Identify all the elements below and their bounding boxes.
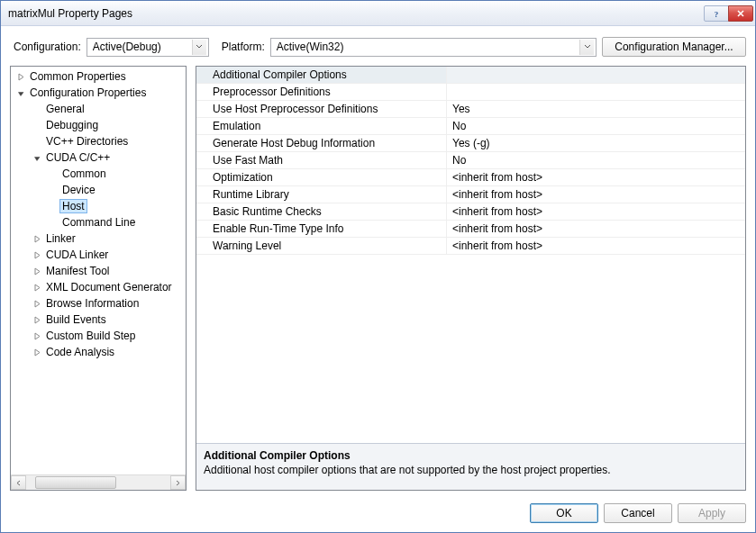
expander-collapsed-icon[interactable] — [31, 313, 43, 326]
scroll-left-icon[interactable] — [11, 475, 26, 490]
grid-cell-value[interactable]: <inherit from host> — [447, 186, 745, 203]
tree-label: Code Analysis — [43, 346, 117, 358]
configuration-value: Active(Debug) — [93, 41, 192, 53]
expander-expanded-icon[interactable] — [14, 86, 27, 99]
grid-cell-name: Runtime Library — [196, 186, 447, 203]
ok-label: OK — [556, 507, 571, 519]
configuration-combo[interactable]: Active(Debug) — [87, 38, 209, 57]
grid-cell-name: Emulation — [196, 118, 447, 134]
grid-row[interactable]: Warning Level <inherit from host> — [196, 238, 745, 255]
grid-row[interactable]: Basic Runtime Checks <inherit from host> — [196, 203, 745, 221]
grid-row[interactable]: Use Host Preprocessor Definitions Yes — [196, 101, 745, 118]
tree-item-host[interactable]: Host — [11, 198, 186, 214]
expander-collapsed-icon[interactable] — [31, 330, 43, 342]
scroll-right-icon[interactable] — [170, 475, 186, 490]
grid-row[interactable]: Preprocessor Definitions — [196, 84, 745, 101]
tree-label: Configuration Properties — [27, 86, 149, 99]
expander-collapsed-icon[interactable] — [14, 70, 27, 83]
tree-label: Browse Information — [43, 297, 141, 310]
grid-cell-name: Warning Level — [196, 238, 447, 254]
grid-cell-name: Use Fast Math — [196, 152, 447, 168]
grid-cell-value[interactable] — [447, 84, 745, 100]
grid-cell-name: Optimization — [196, 169, 447, 185]
configuration-manager-button[interactable]: Configuration Manager... — [602, 37, 746, 57]
tree-item-vc-directories[interactable]: VC++ Directories — [11, 133, 186, 149]
tree-item-browse-info[interactable]: Browse Information — [11, 295, 186, 312]
expander-collapsed-icon[interactable] — [31, 346, 43, 358]
tree-item-debugging[interactable]: Debugging — [11, 117, 186, 133]
tree-item-cuda-cc[interactable]: CUDA C/C++ — [11, 149, 186, 166]
grid-row[interactable]: Runtime Library <inherit from host> — [196, 186, 745, 203]
tree-item-linker[interactable]: Linker — [11, 230, 186, 247]
grid-cell-value[interactable] — [447, 67, 745, 83]
tree-label: Command Line — [59, 216, 138, 229]
expander-collapsed-icon[interactable] — [31, 248, 43, 261]
grid-cell-name: Additional Compiler Options — [196, 67, 447, 83]
grid-cell-value[interactable]: <inherit from host> — [447, 203, 745, 220]
expander-collapsed-icon[interactable] — [31, 297, 43, 310]
tree-label: XML Document Generator — [43, 281, 175, 294]
tree-label: VC++ Directories — [43, 135, 131, 148]
grid-cell-value[interactable]: <inherit from host> — [447, 169, 745, 185]
grid-row[interactable]: Emulation No — [196, 118, 745, 135]
grid-cell-value[interactable]: No — [447, 152, 745, 168]
tree-item-manifest[interactable]: Manifest Tool — [11, 263, 186, 279]
close-button[interactable] — [728, 5, 753, 22]
tree-item-build-events[interactable]: Build Events — [11, 312, 186, 328]
close-icon — [736, 9, 745, 18]
grid-cell-value[interactable]: Yes — [447, 101, 745, 117]
tree-item-custom-build[interactable]: Custom Build Step — [11, 328, 186, 344]
description-panel: Additional Compiler Options Additional h… — [196, 443, 745, 490]
tree-label: CUDA Linker — [43, 248, 111, 261]
grid-cell-value[interactable]: <inherit from host> — [447, 238, 745, 254]
grid-row[interactable]: Optimization <inherit from host> — [196, 169, 745, 186]
tree-item-general[interactable]: General — [11, 101, 186, 117]
tree-label: CUDA C/C++ — [43, 151, 113, 164]
property-grid[interactable]: Additional Compiler Options Preprocessor… — [196, 67, 745, 443]
expander-collapsed-icon[interactable] — [31, 281, 43, 294]
tree-hscrollbar[interactable] — [11, 474, 186, 490]
nav-tree[interactable]: Common Properties Configuration Properti… — [11, 67, 186, 474]
expander-expanded-icon[interactable] — [31, 151, 43, 164]
grid-cell-value[interactable]: <inherit from host> — [447, 221, 745, 237]
help-icon: ? — [712, 9, 721, 18]
nav-tree-panel: Common Properties Configuration Properti… — [10, 66, 187, 491]
platform-label: Platform: — [222, 41, 265, 53]
configuration-label: Configuration: — [14, 41, 81, 53]
scroll-thumb[interactable] — [35, 476, 116, 489]
tree-item-common-properties[interactable]: Common Properties — [11, 68, 186, 85]
ok-button[interactable]: OK — [530, 503, 598, 523]
window-controls: ? — [705, 5, 753, 22]
tree-label: Custom Build Step — [43, 330, 138, 342]
scroll-track[interactable] — [26, 475, 170, 490]
tree-item-code-analysis[interactable]: Code Analysis — [11, 344, 186, 360]
tree-label: Linker — [43, 232, 78, 245]
grid-cell-name: Enable Run-Time Type Info — [196, 221, 447, 237]
tree-item-config-properties[interactable]: Configuration Properties — [11, 85, 186, 101]
apply-button[interactable]: Apply — [678, 503, 746, 523]
grid-cell-value[interactable]: No — [447, 118, 745, 134]
tree-item-common[interactable]: Common — [11, 166, 186, 182]
tree-item-command-line[interactable]: Command Line — [11, 214, 186, 230]
tree-item-device[interactable]: Device — [11, 182, 186, 198]
tree-label: Device — [59, 184, 98, 196]
expander-collapsed-icon[interactable] — [31, 232, 43, 245]
tree-item-cuda-linker[interactable]: CUDA Linker — [11, 247, 186, 263]
apply-label: Apply — [698, 507, 725, 519]
description-body: Additional host compiler options that ar… — [204, 464, 738, 476]
content-area: Common Properties Configuration Properti… — [1, 66, 755, 498]
expander-collapsed-icon[interactable] — [31, 265, 43, 277]
platform-combo[interactable]: Active(Win32) — [270, 38, 597, 57]
property-pages-window: matrixMul Property Pages ? Configuration… — [0, 0, 756, 533]
dialog-footer: OK Cancel Apply — [1, 498, 755, 532]
help-button[interactable]: ? — [704, 5, 729, 22]
grid-row[interactable]: Use Fast Math No — [196, 152, 745, 169]
grid-row[interactable]: Additional Compiler Options — [196, 67, 745, 84]
cancel-button[interactable]: Cancel — [604, 503, 672, 523]
grid-row[interactable]: Enable Run-Time Type Info <inherit from … — [196, 221, 745, 238]
grid-cell-value[interactable]: Yes (-g) — [447, 135, 745, 151]
config-toolbar: Configuration: Active(Debug) Platform: A… — [1, 26, 755, 66]
tree-label: Build Events — [43, 313, 109, 326]
grid-row[interactable]: Generate Host Debug Information Yes (-g) — [196, 135, 745, 152]
tree-item-xml-doc[interactable]: XML Document Generator — [11, 279, 186, 295]
